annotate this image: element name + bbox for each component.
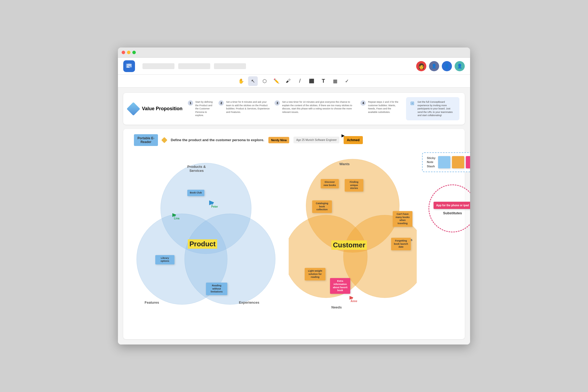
stash-notes [438, 156, 470, 168]
eraser-tool[interactable]: ⬡ [260, 76, 269, 86]
step-3-text: Set a new timer for 10 minutes and give … [282, 100, 358, 114]
diamond-icon [127, 102, 140, 116]
peter-label: Peter [211, 205, 218, 208]
check-tool[interactable]: ✓ [342, 76, 352, 86]
stash-box: StickyNoteStash [422, 152, 470, 172]
step-4-text: Repeat steps 2 and 3 for the customer bu… [368, 100, 401, 114]
diagram-area: Products &Services Features Experiences … [129, 152, 459, 334]
substitutes-label: Substitutes [443, 211, 462, 215]
line-tool[interactable]: / [295, 76, 305, 86]
avatar-2[interactable]: 👤 [429, 61, 439, 71]
step-3-num: 3 [275, 100, 280, 106]
nav-item-3[interactable] [214, 63, 246, 69]
library-options-note[interactable]: Library options [155, 255, 174, 264]
nerdy-nina-label[interactable]: Nerdy Nina [268, 137, 289, 143]
right-venn: Wants Fears Needs Customer Discover new … [289, 152, 417, 334]
svg-point-3 [185, 214, 275, 304]
canvas: Value Proposition 1 Start by defining th… [118, 88, 470, 345]
text-tool[interactable]: T [319, 76, 328, 86]
cant-have-books-note[interactable]: Can't have many books when traveling [393, 211, 412, 227]
maximize-button[interactable] [132, 51, 136, 54]
step-2: 2 Set a timer for 8 minutes and ask your… [218, 100, 272, 117]
finding-stories-note[interactable]: Finding unique stories [345, 179, 363, 192]
stash-label: StickyNoteStash [427, 156, 435, 168]
header-nav [142, 63, 412, 69]
substitutes-area: App for the phone or ipad Substitutes [422, 184, 470, 232]
hand-tool[interactable]: ✋ [236, 76, 246, 86]
substitutes-circle: App for the phone or ipad Substitutes [428, 184, 470, 232]
experiences-label: Experiences [239, 300, 259, 304]
define-row: Portable E-Reader Define the product and… [129, 134, 459, 146]
avatar-3[interactable]: 👤 [442, 61, 452, 71]
features-label: Features [145, 300, 159, 304]
stash-note-orange[interactable] [452, 156, 464, 168]
nav-item-2[interactable] [178, 63, 210, 69]
shape-tool[interactable]: ⬛ [307, 76, 316, 86]
cta-icon: ⊞ [410, 100, 414, 106]
stash-note-pink[interactable] [466, 156, 470, 168]
anne-label: Anne [351, 300, 357, 303]
step-4-num: 4 [360, 100, 366, 106]
small-diamond-icon [161, 137, 168, 143]
lightweight-note[interactable]: Light weight solution for reading [305, 268, 325, 280]
step-2-text: Set a timer for 8 minutes and ask your t… [226, 100, 272, 114]
stash-note-blue[interactable] [438, 156, 450, 168]
banner-steps: 1 Start by defining the Product and the … [188, 100, 401, 117]
needs-label: Needs [331, 305, 342, 309]
sticky-tool[interactable]: ▦ [330, 76, 340, 86]
left-venn: Products &Services Features Experiences … [129, 152, 283, 334]
nav-item-1[interactable] [142, 63, 174, 69]
banner-title: Value Proposition [142, 106, 182, 112]
achmed-label[interactable]: ▶ Achmed [344, 136, 363, 144]
substitutes-note[interactable]: App for the phone or ipad [434, 202, 470, 209]
reading-without-note[interactable]: Reading without limitations [206, 283, 227, 295]
toolbar: ✋ ↖ ⬡ ✏️ 🖌 / ⬛ T ▦ ✓ [118, 75, 470, 88]
venn-extras: StickyNoteStash App for the phone or ipa… [422, 152, 470, 334]
fill-tool[interactable]: 🖌 [283, 76, 293, 86]
extra-info-note[interactable]: Extra information about favorit book [330, 278, 350, 294]
step-1: 1 Start by defining the Product and the … [188, 100, 216, 117]
book-club-note[interactable]: Book Club [187, 190, 204, 196]
cataloging-note[interactable]: Cataloging book collection [312, 200, 332, 213]
avatar-4[interactable]: 👤 [455, 61, 465, 71]
instruction-banner: Value Proposition 1 Start by defining th… [123, 93, 465, 125]
svg-point-6 [289, 215, 367, 298]
products-services-label: Products &Services [187, 165, 206, 173]
munich-label: Age 25 Munich Software Engineer [293, 137, 339, 143]
logo[interactable] [123, 60, 135, 72]
product-note[interactable]: Portable E-Reader [134, 134, 158, 146]
close-button[interactable] [122, 51, 125, 54]
minimize-button[interactable] [127, 51, 130, 54]
product-main-label: Product [188, 239, 217, 249]
step-3: 3 Set a new timer for 10 minutes and giv… [275, 100, 358, 117]
header: 👩 👤 👤 👤 [118, 58, 470, 75]
cursor-tool[interactable]: ↖ [248, 76, 258, 86]
banner-cta: ⊞ Get the full Conceptboard experience b… [406, 97, 459, 120]
wants-label: Wants [339, 162, 350, 166]
define-text: Define the product and the customer pers… [171, 138, 264, 142]
step-4: 4 Repeat steps 2 and 3 for the customer … [360, 100, 401, 117]
step-1-num: 1 [188, 100, 193, 106]
pen-tool[interactable]: ✏️ [272, 76, 281, 86]
header-right: 👩 👤 👤 👤 [416, 61, 465, 71]
achmed-cursor: ▶ [341, 133, 344, 138]
lina-label: Lina [174, 217, 180, 220]
app-window: 👩 👤 👤 👤 ✋ ↖ ⬡ ✏️ 🖌 / ⬛ T ▦ ✓ Value Propo… [118, 47, 470, 345]
step-2-num: 2 [218, 100, 224, 106]
forgetting-note[interactable]: Forgetting book launch date [391, 238, 411, 250]
titlebar [118, 47, 470, 58]
cta-text: Get the full Conceptboard experience by … [418, 100, 455, 117]
workspace: Portable E-Reader Define the product and… [123, 129, 465, 339]
avatar-1[interactable]: 👩 [416, 61, 426, 71]
traffic-lights [122, 51, 136, 54]
discover-note[interactable]: Discover new books [321, 179, 339, 188]
step-1-text: Start by defining the Product and the Cu… [195, 100, 216, 117]
customer-main-label: Customer [331, 240, 367, 250]
